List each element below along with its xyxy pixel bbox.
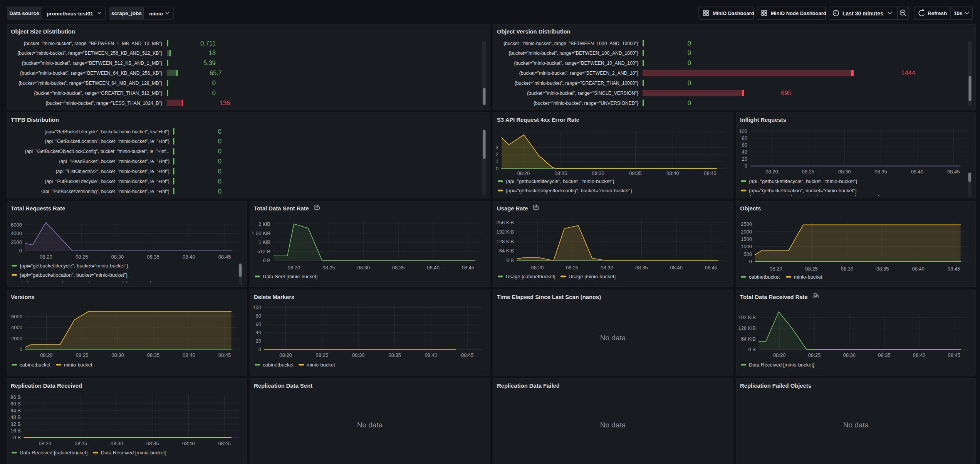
svg-text:48 B: 48 B [10,414,21,420]
svg-text:10s: 10s [954,10,963,16]
svg-text:08:30: 08:30 [592,170,604,176]
svg-text:256 KiB: 256 KiB [496,220,514,225]
svg-text:08:45: 08:45 [948,266,960,272]
svg-text:TTFB Distribution: TTFB Distribution [11,117,59,123]
svg-text:08:20: 08:20 [531,265,544,271]
svg-text:08:45: 08:45 [218,254,231,260]
svg-text:2000: 2000 [741,229,752,235]
svg-text:80: 80 [742,135,747,141]
svg-text:Last 30 minutes: Last 30 minutes [842,10,883,17]
svg-text:Usage [minio-bucket]: Usage [minio-bucket] [569,274,616,279]
svg-text:0: 0 [218,128,222,135]
svg-text:0.711: 0.711 [200,40,216,47]
svg-text:Data Received [minio-bucket]: Data Received [minio-bucket] [749,362,814,368]
svg-text:16 B: 16 B [10,428,21,434]
svg-text:1 KiB: 1 KiB [258,239,270,245]
svg-text:{bucket="minio-bucket", range=: {bucket="minio-bucket", range="BETWEEN_6… [18,81,162,86]
svg-text:20: 20 [256,338,261,344]
svg-text:6000: 6000 [11,222,22,228]
svg-text:1: 1 [496,158,498,164]
svg-text:08:40: 08:40 [182,440,195,446]
svg-text:minio-bucket: minio-bucket [794,274,822,280]
svg-text:Versions: Versions [11,294,35,300]
svg-text:08:40: 08:40 [670,265,683,271]
svg-text:0: 0 [688,99,691,106]
svg-text:0 B: 0 B [748,346,756,352]
svg-text:20: 20 [742,156,747,162]
svg-text:0 B: 0 B [506,257,514,263]
svg-text:No data: No data [357,421,383,429]
svg-text:Time Elapsed Since Last Scan (: Time Elapsed Since Last Scan (nanos) [497,294,601,300]
svg-text:08:20: 08:20 [765,169,778,175]
svg-text:cabinetbucket: cabinetbucket [263,362,294,368]
svg-text:2: 2 [496,151,498,157]
svg-text:08:45: 08:45 [461,352,474,358]
svg-text:Total Data Sent Rate: Total Data Sent Rate [254,205,309,212]
svg-text:500: 500 [743,251,752,257]
svg-text:{bucket="minio-bucket", range=: {bucket="minio-bucket", range="BETWEEN_1… [509,50,638,56]
svg-text:{api="getbucketlocation", buck: {api="getbucketlocation", bucket="minio-… [749,188,857,193]
svg-text:0 B: 0 B [13,435,21,440]
svg-text:1000: 1000 [741,244,752,249]
svg-text:Replication Data Received: Replication Data Received [11,383,82,389]
svg-text:64 KiB: 64 KiB [741,336,756,342]
svg-text:64 B: 64 B [10,408,21,414]
svg-text:Object Version Distribution: Object Version Distribution [497,29,571,35]
svg-text:08:20: 08:20 [517,170,530,176]
svg-text:60: 60 [256,321,261,327]
svg-text:08:25: 08:25 [566,265,579,271]
svg-text:0: 0 [688,79,691,86]
svg-text:No data: No data [843,421,869,429]
svg-text:08:40: 08:40 [666,170,679,176]
svg-text:08:25: 08:25 [75,440,87,446]
svg-text:08:25: 08:25 [805,266,818,272]
svg-text:0: 0 [19,248,22,254]
svg-text:4000: 4000 [11,230,22,236]
svg-text:Total Data Received Rate: Total Data Received Rate [740,294,808,300]
svg-text:08:30: 08:30 [357,265,370,271]
svg-text:08:40: 08:40 [183,254,195,260]
svg-text:100: 100 [253,304,261,310]
svg-text:0: 0 [688,49,691,56]
svg-text:08:25: 08:25 [555,170,567,176]
svg-text:{api="getbucketlifecycle", buc: {api="getbucketlifecycle", bucket="minio… [20,263,128,269]
svg-text:136: 136 [219,99,230,106]
svg-text:80 B: 80 B [10,401,21,407]
svg-text:08:20: 08:20 [288,265,300,271]
svg-text:60: 60 [742,142,747,148]
svg-text:{bucket="minio-bucket", range=: {bucket="minio-bucket", range="BETWEEN_1… [514,61,638,66]
svg-text:08:45: 08:45 [704,170,717,176]
svg-text:08:45: 08:45 [947,169,960,175]
svg-text:{api="getbucketlocation", buck: {api="getbucketlocation", bucket="minio-… [20,272,128,278]
svg-text:08:20: 08:20 [40,254,52,260]
svg-text:Usage [cabinetbucket]: Usage [cabinetbucket] [506,274,555,279]
svg-text:08:30: 08:30 [111,440,123,446]
svg-text:08:35: 08:35 [146,440,159,446]
svg-text:{api="GetBucketObjectLockConfi: {api="GetBucketObjectLockConfig", bucket… [25,149,169,154]
svg-text:08:45: 08:45 [705,265,718,271]
svg-text:08:30: 08:30 [111,254,124,260]
svg-text:{bucket="minio-bucket", range=: {bucket="minio-bucket", range="UNVERSION… [534,101,638,106]
svg-text:40: 40 [256,330,261,335]
svg-text:0: 0 [20,346,22,352]
svg-text:0: 0 [218,188,222,195]
svg-text:192 KiB: 192 KiB [496,229,514,235]
svg-text:08:35: 08:35 [388,352,401,358]
svg-text:{bucket="minio-bucket", range=: {bucket="minio-bucket", range="SINGLE_VE… [527,91,638,96]
svg-text:0: 0 [218,148,222,155]
svg-text:08:35: 08:35 [392,265,405,271]
svg-text:08:35: 08:35 [629,170,642,176]
svg-text:{api="GetBucketLocation", buck: {api="GetBucketLocation", bucket="minio-… [45,139,169,144]
svg-text:No data: No data [600,334,626,342]
svg-text:08:35: 08:35 [876,266,889,272]
svg-text:08:20: 08:20 [39,440,52,446]
svg-text:08:30: 08:30 [841,266,854,272]
svg-text:{bucket="minio-bucket", range=: {bucket="minio-bucket", range="BETWEEN_1… [503,41,638,46]
svg-text:2500: 2500 [741,221,752,227]
svg-text:Usage Rate: Usage Rate [497,205,528,212]
svg-text:08:35: 08:35 [874,169,887,175]
svg-text:{bucket="minio-bucket", range=: {bucket="minio-bucket", range="BETWEEN_2… [17,50,162,56]
svg-text:0: 0 [218,178,222,185]
svg-text:Replication Failed Objects: Replication Failed Objects [740,383,811,389]
svg-text:minio-bucket: minio-bucket [307,362,335,368]
